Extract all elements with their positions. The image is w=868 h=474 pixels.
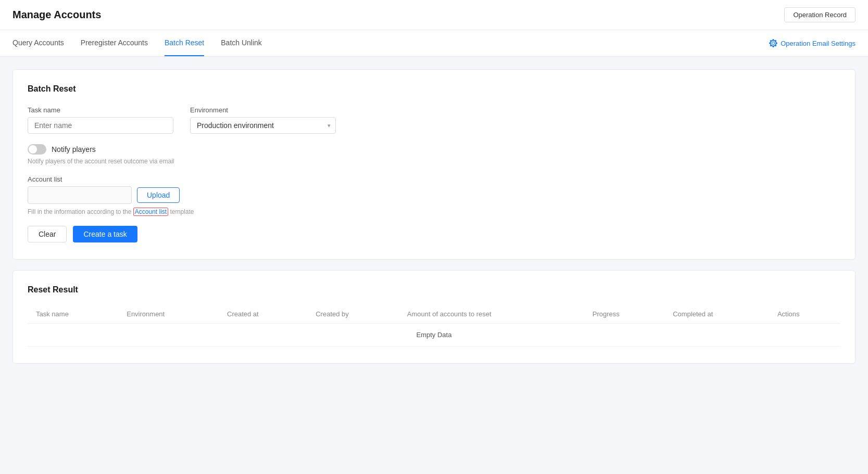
notify-description: Notify players of the account reset outc… [28,158,840,165]
empty-data-cell: Empty Data [28,324,840,347]
environment-label: Environment [190,106,336,114]
task-name-group: Task name [28,106,173,134]
create-task-button[interactable]: Create a task [73,226,137,242]
page-title: Manage Accounts [12,9,101,21]
toggle-slider [28,144,46,155]
table-header-row: Task name Environment Created at Created… [28,305,840,324]
notify-label: Notify players [52,145,96,153]
task-name-input[interactable] [28,117,173,134]
result-table: Task name Environment Created at Created… [28,305,840,347]
hint-suffix: template [168,208,194,215]
email-settings-link[interactable]: Operation Email Settings [769,39,856,47]
form-row-top: Task name Environment Production environ… [28,106,840,134]
notify-toggle[interactable] [28,144,46,155]
gear-icon [769,39,777,47]
main-content: Batch Reset Task name Environment Produc… [0,57,868,387]
batch-reset-title: Batch Reset [28,84,840,94]
operation-record-button[interactable]: Operation Record [784,7,856,22]
hint-prefix: Fill in the information according to the [28,208,133,215]
col-task-name: Task name [28,305,118,324]
account-list-template-link[interactable]: Account list [133,208,168,216]
action-row: Clear Create a task [28,226,840,242]
account-list-hint: Fill in the information according to the… [28,208,840,215]
notify-row: Notify players [28,144,840,155]
tab-preregister-accounts[interactable]: Preregister Accounts [81,30,148,56]
account-list-row: Upload [28,186,840,204]
nav-tabs: Query Accounts Preregister Accounts Batc… [0,30,868,57]
batch-reset-card: Batch Reset Task name Environment Produc… [12,69,856,260]
environment-select[interactable]: Production environment Staging environme… [190,117,336,134]
col-created-by: Created by [307,305,399,324]
tab-batch-unlink[interactable]: Batch Unlink [221,30,262,56]
environment-select-wrapper: Production environment Staging environme… [190,117,336,134]
col-amount: Amount of accounts to reset [399,305,584,324]
account-list-section: Account list Upload Fill in the informat… [28,175,840,215]
col-created-at: Created at [219,305,307,324]
clear-button[interactable]: Clear [28,226,67,242]
reset-result-card: Reset Result Task name Environment Creat… [12,270,856,364]
file-input-display [28,186,132,204]
tab-query-accounts[interactable]: Query Accounts [12,30,64,56]
environment-group: Environment Production environment Stagi… [190,106,336,134]
top-bar: Manage Accounts Operation Record [0,0,868,30]
email-settings-label: Operation Email Settings [781,40,856,47]
task-name-label: Task name [28,106,173,114]
account-list-label: Account list [28,175,840,183]
empty-data-row: Empty Data [28,324,840,347]
col-completed-at: Completed at [664,305,769,324]
tab-batch-reset[interactable]: Batch Reset [165,30,204,56]
nav-tabs-left: Query Accounts Preregister Accounts Batc… [12,30,262,56]
upload-button[interactable]: Upload [137,187,180,203]
reset-result-title: Reset Result [28,285,840,294]
col-environment: Environment [118,305,219,324]
col-progress: Progress [584,305,664,324]
col-actions: Actions [769,305,840,324]
